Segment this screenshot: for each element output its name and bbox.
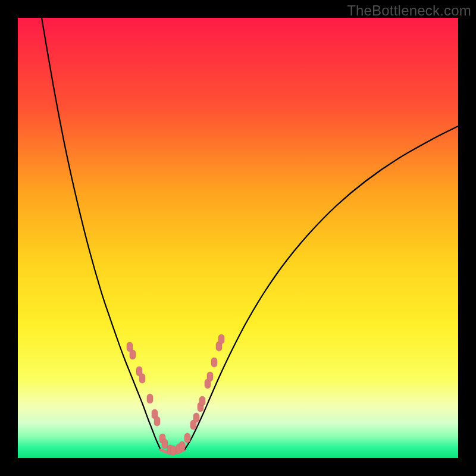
data-marker (154, 416, 160, 426)
curve-right-branch (184, 126, 458, 450)
data-marker (184, 433, 190, 443)
data-marker (179, 441, 185, 451)
chart-frame: TheBottleneck.com (0, 0, 476, 476)
data-marker (207, 372, 213, 381)
watermark-text: TheBottleneck.com (347, 2, 471, 19)
data-marker (130, 350, 136, 359)
data-marker (139, 374, 145, 383)
curve-left-branch (42, 18, 161, 450)
data-marker (199, 396, 205, 406)
data-marker (147, 394, 153, 403)
data-marker (162, 439, 168, 449)
plot-area (18, 18, 458, 458)
data-marker (211, 358, 217, 367)
marker-group (127, 334, 224, 455)
data-marker (218, 334, 224, 344)
data-marker (193, 413, 199, 422)
data-marker (170, 446, 176, 455)
curve-layer (18, 18, 458, 458)
